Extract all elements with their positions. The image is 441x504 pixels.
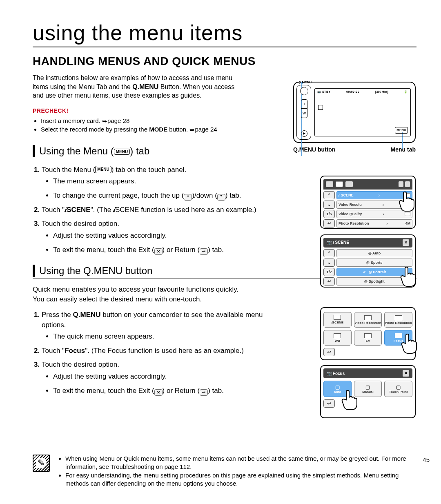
up-icon: ˄ xyxy=(184,194,192,201)
menu-tab-label: Menu tab xyxy=(391,146,416,153)
hand-pointer-icon xyxy=(340,387,360,412)
section-title: HANDLING MENUS AND QUICK MENUS xyxy=(33,55,416,68)
return-icon: ↩ xyxy=(200,389,208,396)
note-icon xyxy=(33,455,50,472)
menu-tab-steps: Touch the Menu (MENU) tab on the touch p… xyxy=(33,165,286,255)
menu-tab-icon: MENU xyxy=(395,127,408,134)
qmenu-intro: Quick menu enables you to access your fa… xyxy=(33,285,294,304)
hand-pointer-icon xyxy=(397,189,417,213)
down-icon: ˅ xyxy=(217,194,225,201)
hand-pointer-icon xyxy=(399,264,419,288)
intro-text: The instructions below are examples of h… xyxy=(33,74,286,100)
focus-screen-mockup: 📷 Focus✕ ▢Auto▢Manual▢Touch Point ↩ xyxy=(320,365,416,418)
iscene-screen-mockup: 📷 𝒊 SCENE✕ ⌃ ⌄ 1/2 ↩ ◎ Auto◎ Sports✔◎ Po… xyxy=(320,234,416,288)
exit-icon: ✕ xyxy=(154,389,163,396)
qmenu-button-icon xyxy=(300,87,308,95)
return-icon: ↩ xyxy=(200,248,208,255)
menu-screen-mockup: ⌃ ⌄ 1/6 ↩ 𝒊 SCENE›Video Resolu›Video Qua… xyxy=(320,176,416,229)
play-button-icon: ▶ xyxy=(301,130,307,137)
page-number: 45 xyxy=(423,456,430,463)
hand-pointer-icon xyxy=(399,331,420,355)
qmenu-steps: Press the Q.MENU button on your camcorde… xyxy=(33,310,286,396)
qmenu-button-label: Q.MENU button xyxy=(293,146,335,153)
note-box: When using Menu or Quick menu items, som… xyxy=(33,455,416,488)
chapter-title: using the menu items xyxy=(33,20,416,47)
exit-icon: ✕ xyxy=(154,248,163,255)
device-figure: Q.MENU TW ▶ 📷 STBY 00:00:00 [307Min] 🔋 M… xyxy=(293,82,416,153)
menu-pill-icon: MENU xyxy=(114,149,130,155)
quickmenu-screen-mockup: 𝒊SCENEVideo ResolutionPhoto ResolutionWB… xyxy=(320,307,416,360)
